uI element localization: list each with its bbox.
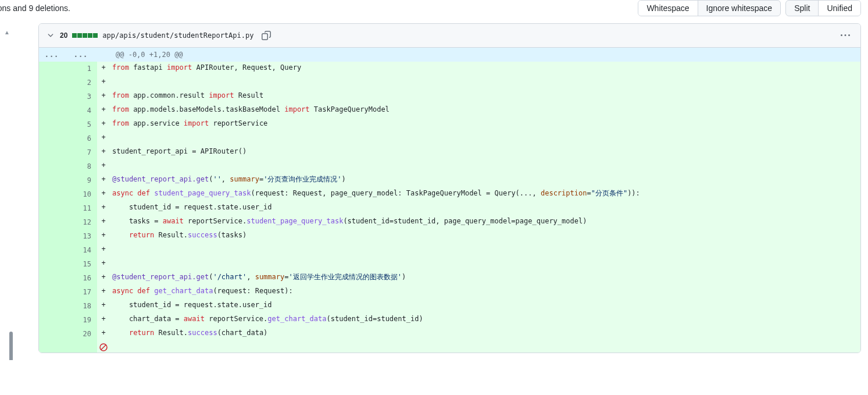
diff-line[interactable]: 10+async def student_page_query_task(req… <box>39 187 860 201</box>
old-line-number <box>39 271 68 285</box>
diff-line[interactable]: 8+ <box>39 159 860 173</box>
old-line-number <box>39 243 68 257</box>
new-line-number: 1 <box>68 62 97 76</box>
new-line-number: 10 <box>68 187 97 201</box>
diff-marker: + <box>97 159 110 173</box>
diff-line[interactable]: 4+from app.models.baseModels.taskBaseMod… <box>39 104 860 118</box>
diff-marker: + <box>97 131 110 145</box>
code-content: tasks = await reportService.student_page… <box>110 215 860 229</box>
code-content: return Result.success(chart_data) <box>110 327 860 341</box>
new-line-number: 4 <box>68 104 97 118</box>
file-actions-menu-button[interactable] <box>837 29 853 42</box>
new-line-number: 13 <box>68 229 97 243</box>
diff-marker: + <box>97 62 110 76</box>
diff-marker: + <box>97 187 110 201</box>
diff-line[interactable]: 12+ tasks = await reportService.student_… <box>39 215 860 229</box>
expand-up-button[interactable]: ... <box>68 48 97 62</box>
diff-line[interactable]: 11+ student_id = request.state.user_id <box>39 201 860 215</box>
diff-marker: + <box>97 257 110 271</box>
new-line-number: 18 <box>68 299 97 313</box>
diff-marker: + <box>97 90 110 104</box>
code-content: from fastapi import APIRouter, Request, … <box>110 62 860 76</box>
expand-up-button[interactable]: ... <box>39 48 68 62</box>
svg-line-1 <box>101 345 106 350</box>
code-content: return Result.success(tasks) <box>110 229 860 243</box>
whitespace-toggle: Whitespace Ignore whitespace <box>638 0 781 16</box>
old-line-number <box>39 76 68 90</box>
diff-file: 20 app/apis/student/studentReportApi.py … <box>38 23 861 353</box>
diff-line[interactable]: 6+ <box>39 131 860 145</box>
code-content: chart_data = await reportService.get_cha… <box>110 313 860 327</box>
whitespace-ignore-button[interactable]: Ignore whitespace <box>698 1 781 16</box>
collapse-file-toggle[interactable] <box>46 31 55 40</box>
diff-line[interactable]: 3+from app.common.result import Result <box>39 90 860 104</box>
old-line-number <box>39 299 68 313</box>
diff-marker: + <box>97 243 110 257</box>
diff-line[interactable]: 14+ <box>39 243 860 257</box>
new-line-number: 20 <box>68 327 97 341</box>
copy-path-button[interactable] <box>258 29 274 42</box>
whitespace-show-button[interactable]: Whitespace <box>638 1 697 16</box>
diff-line[interactable]: 17+async def get_chart_data(request: Req… <box>39 285 860 299</box>
diff-table: ......@@ -0,0 +1,20 @@1+from fastapi imp… <box>39 48 860 353</box>
code-content: student_id = request.state.user_id <box>110 201 860 215</box>
old-line-number <box>39 90 68 104</box>
diff-marker: + <box>97 285 110 299</box>
new-line-number: 8 <box>68 159 97 173</box>
old-line-number <box>39 131 68 145</box>
new-line-number: 5 <box>68 118 97 131</box>
no-newline-row <box>39 341 860 353</box>
old-line-number <box>39 62 68 76</box>
diff-marker: + <box>97 173 110 187</box>
split-view-button[interactable]: Split <box>786 1 818 16</box>
code-content <box>110 131 860 145</box>
code-content: from app.models.baseModels.taskBaseModel… <box>110 104 860 118</box>
diff-line[interactable]: 18+ student_id = request.state.user_id <box>39 299 860 313</box>
diff-line[interactable]: 16+@student_report_api.get('/chart', sum… <box>39 271 860 285</box>
old-line-number <box>39 173 68 187</box>
diff-line[interactable]: 9+@student_report_api.get('', summary='分… <box>39 173 860 187</box>
code-content: student_report_api = APIRouter() <box>110 145 860 159</box>
file-header: 20 app/apis/student/studentReportApi.py <box>39 24 860 48</box>
new-line-number: 7 <box>68 145 97 159</box>
diff-line[interactable]: 2+ <box>39 76 860 90</box>
code-content: async def student_page_query_task(reques… <box>110 187 860 201</box>
hunk-header-text: @@ -0,0 +1,20 @@ <box>110 48 860 62</box>
diff-line[interactable]: 5+from app.service import reportService <box>39 118 860 131</box>
diff-line[interactable]: 19+ chart_data = await reportService.get… <box>39 313 860 327</box>
file-path[interactable]: app/apis/student/studentReportApi.py <box>102 31 253 40</box>
diff-line[interactable]: 1+from fastapi import APIRouter, Request… <box>39 62 860 76</box>
scroll-up-arrow[interactable]: ▲ <box>0 29 14 36</box>
diff-marker: + <box>97 104 110 118</box>
old-line-number <box>39 257 68 271</box>
code-content: student_id = request.state.user_id <box>110 299 860 313</box>
code-content <box>110 76 860 90</box>
old-line-number <box>39 313 68 327</box>
old-line-number <box>39 229 68 243</box>
diff-marker: + <box>97 215 110 229</box>
old-line-number <box>39 187 68 201</box>
diff-marker: + <box>97 271 110 285</box>
code-content <box>110 243 860 257</box>
hunk-header-row: ......@@ -0,0 +1,20 @@ <box>39 48 860 62</box>
new-line-number: 14 <box>68 243 97 257</box>
new-line-number: 16 <box>68 271 97 285</box>
file-tree-scrollbar[interactable]: ▲ <box>0 23 14 360</box>
old-line-number <box>39 145 68 159</box>
diff-line[interactable]: 20+ return Result.success(chart_data) <box>39 327 860 341</box>
old-line-number <box>39 285 68 299</box>
diff-marker: + <box>97 327 110 341</box>
code-content: from app.common.result import Result <box>110 90 860 104</box>
diff-marker: + <box>97 299 110 313</box>
diff-line[interactable]: 13+ return Result.success(tasks) <box>39 229 860 243</box>
new-line-number: 19 <box>68 313 97 327</box>
code-content: @student_report_api.get('/chart', summar… <box>110 271 860 285</box>
diff-line[interactable]: 7+student_report_api = APIRouter() <box>39 145 860 159</box>
new-line-number: 6 <box>68 131 97 145</box>
scroll-thumb[interactable] <box>9 332 13 360</box>
diff-marker: + <box>97 76 110 90</box>
diff-line[interactable]: 15+ <box>39 257 860 271</box>
unified-view-button[interactable]: Unified <box>818 1 860 16</box>
new-line-number: 15 <box>68 257 97 271</box>
code-content <box>110 159 860 173</box>
